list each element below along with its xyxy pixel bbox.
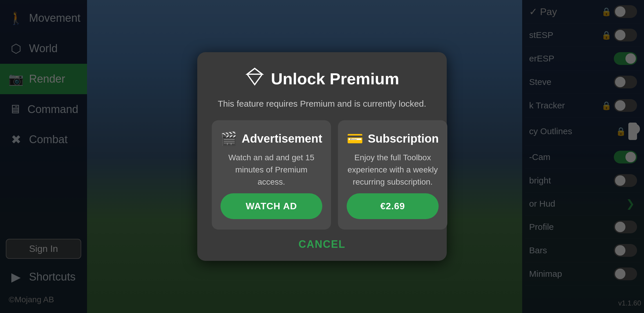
cancel-button[interactable]: CANCEL: [299, 238, 345, 250]
watch-ad-button[interactable]: WATCH AD: [220, 193, 322, 219]
svg-marker-0: [247, 68, 262, 85]
ad-card-header: 🎬 Advertisement: [220, 131, 322, 146]
modal-cards: 🎬 Advertisement Watch an ad and get 15 m…: [212, 120, 432, 230]
subscription-icon: 💳: [347, 131, 363, 146]
advertisement-card: 🎬 Advertisement Watch an ad and get 15 m…: [212, 120, 331, 230]
sub-card-description: Enjoy the full Toolbox experience with a…: [347, 152, 439, 188]
diamond-icon: [245, 67, 265, 91]
modal-backdrop[interactable]: Unlock Premium This feature requires Pre…: [0, 0, 644, 313]
modal-title: Unlock Premium: [271, 69, 399, 88]
subscribe-button[interactable]: €2.69: [347, 193, 439, 219]
modal-subtitle: This feature requires Premium and is cur…: [218, 98, 426, 110]
ad-card-title: Advertisement: [242, 132, 322, 145]
subscription-card: 💳 Subscription Enjoy the full Toolbox ex…: [338, 120, 447, 230]
film-icon: 🎬: [220, 131, 237, 146]
modal-header: Unlock Premium: [245, 67, 399, 91]
modal-footer: CANCEL: [212, 230, 432, 261]
sub-card-title: Subscription: [368, 132, 439, 145]
svg-marker-1: [247, 68, 262, 74]
unlock-premium-modal: Unlock Premium This feature requires Pre…: [197, 52, 447, 261]
ad-card-description: Watch an ad and get 15 minutes of Premiu…: [220, 152, 322, 188]
sub-card-header: 💳 Subscription: [347, 131, 439, 146]
